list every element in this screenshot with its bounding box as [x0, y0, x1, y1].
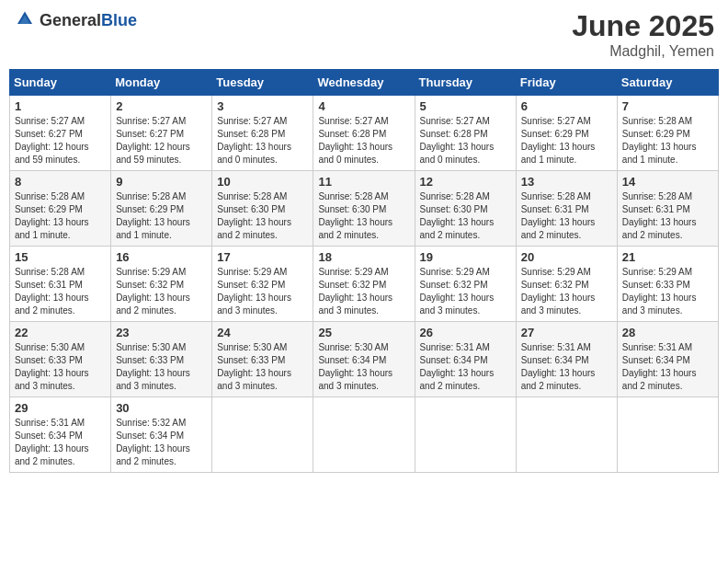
day-number: 21 [622, 250, 713, 264]
day-info: Sunrise: 5:27 AM Sunset: 6:29 PM Dayligh… [521, 115, 612, 167]
day-number: 15 [15, 250, 106, 264]
table-row [415, 397, 516, 473]
calendar-week-row: 22 Sunrise: 5:30 AM Sunset: 6:33 PM Dayl… [10, 322, 719, 397]
sunrise-text: Sunrise: 5:27 AM [420, 116, 490, 126]
sunset-text: Sunset: 6:34 PM [116, 431, 184, 441]
table-row: 28 Sunrise: 5:31 AM Sunset: 6:34 PM Dayl… [617, 322, 718, 397]
table-row: 17 Sunrise: 5:29 AM Sunset: 6:32 PM Dayl… [212, 247, 313, 322]
table-row: 10 Sunrise: 5:28 AM Sunset: 6:30 PM Dayl… [212, 171, 313, 247]
daylight-text: Daylight: 13 hours and 2 minutes. [521, 368, 596, 391]
sunrise-text: Sunrise: 5:28 AM [15, 267, 85, 277]
logo-icon [14, 9, 36, 31]
table-row: 23 Sunrise: 5:30 AM Sunset: 6:33 PM Dayl… [111, 322, 212, 397]
sunrise-text: Sunrise: 5:28 AM [116, 191, 186, 201]
day-number: 9 [116, 175, 207, 189]
sunrise-text: Sunrise: 5:28 AM [622, 191, 692, 201]
sunrise-text: Sunrise: 5:27 AM [521, 116, 591, 126]
sunrise-text: Sunrise: 5:28 AM [521, 191, 591, 201]
logo: GeneralBlue [14, 9, 137, 31]
col-friday: Friday [516, 70, 617, 96]
logo-text-general: General [40, 11, 101, 29]
day-number: 28 [622, 326, 713, 339]
table-row: 6 Sunrise: 5:27 AM Sunset: 6:29 PM Dayli… [516, 96, 617, 171]
day-number: 7 [622, 99, 713, 113]
sunset-text: Sunset: 6:33 PM [622, 280, 690, 290]
daylight-text: Daylight: 13 hours and 3 minutes. [318, 293, 392, 316]
table-row: 9 Sunrise: 5:28 AM Sunset: 6:29 PM Dayli… [111, 171, 212, 247]
day-info: Sunrise: 5:29 AM Sunset: 6:32 PM Dayligh… [521, 266, 612, 317]
sunset-text: Sunset: 6:30 PM [420, 204, 488, 214]
month-year: June 2025 [572, 9, 714, 43]
day-info: Sunrise: 5:31 AM Sunset: 6:34 PM Dayligh… [420, 341, 511, 393]
table-row: 27 Sunrise: 5:31 AM Sunset: 6:34 PM Dayl… [516, 322, 617, 397]
day-info: Sunrise: 5:30 AM Sunset: 6:33 PM Dayligh… [15, 341, 106, 393]
table-row: 16 Sunrise: 5:29 AM Sunset: 6:32 PM Dayl… [111, 247, 212, 322]
sunrise-text: Sunrise: 5:30 AM [116, 342, 186, 352]
sunrise-text: Sunrise: 5:27 AM [15, 116, 85, 126]
table-row: 18 Sunrise: 5:29 AM Sunset: 6:32 PM Dayl… [313, 247, 415, 322]
daylight-text: Daylight: 13 hours and 1 minute. [15, 217, 89, 240]
sunrise-text: Sunrise: 5:29 AM [217, 267, 287, 277]
daylight-text: Daylight: 13 hours and 3 minutes. [318, 368, 392, 391]
day-number: 18 [318, 250, 409, 264]
day-info: Sunrise: 5:28 AM Sunset: 6:31 PM Dayligh… [15, 266, 106, 317]
sunset-text: Sunset: 6:32 PM [116, 280, 184, 290]
table-row: 12 Sunrise: 5:28 AM Sunset: 6:30 PM Dayl… [415, 171, 516, 247]
table-row: 5 Sunrise: 5:27 AM Sunset: 6:28 PM Dayli… [415, 96, 516, 171]
sunset-text: Sunset: 6:27 PM [116, 129, 184, 139]
daylight-text: Daylight: 13 hours and 3 minutes. [217, 293, 291, 316]
sunrise-text: Sunrise: 5:28 AM [217, 191, 287, 201]
day-number: 22 [15, 326, 106, 339]
day-info: Sunrise: 5:29 AM Sunset: 6:33 PM Dayligh… [622, 266, 713, 317]
col-thursday: Thursday [415, 70, 516, 96]
day-info: Sunrise: 5:30 AM Sunset: 6:33 PM Dayligh… [116, 341, 207, 393]
sunset-text: Sunset: 6:33 PM [116, 355, 184, 365]
sunrise-text: Sunrise: 5:32 AM [116, 418, 186, 428]
sunset-text: Sunset: 6:29 PM [15, 204, 83, 214]
sunset-text: Sunset: 6:34 PM [15, 431, 83, 441]
table-row: 14 Sunrise: 5:28 AM Sunset: 6:31 PM Dayl… [617, 171, 718, 247]
daylight-text: Daylight: 13 hours and 3 minutes. [420, 293, 495, 316]
day-info: Sunrise: 5:28 AM Sunset: 6:29 PM Dayligh… [622, 115, 713, 167]
sunset-text: Sunset: 6:28 PM [420, 129, 488, 139]
sunrise-text: Sunrise: 5:30 AM [15, 342, 85, 352]
table-row: 15 Sunrise: 5:28 AM Sunset: 6:31 PM Dayl… [10, 247, 111, 322]
day-number: 6 [521, 99, 612, 113]
day-number: 1 [15, 99, 106, 113]
table-row: 11 Sunrise: 5:28 AM Sunset: 6:30 PM Dayl… [313, 171, 415, 247]
table-row: 25 Sunrise: 5:30 AM Sunset: 6:34 PM Dayl… [313, 322, 415, 397]
calendar-week-row: 29 Sunrise: 5:31 AM Sunset: 6:34 PM Dayl… [10, 397, 719, 473]
day-number: 26 [420, 326, 511, 339]
sunset-text: Sunset: 6:34 PM [521, 355, 589, 365]
sunset-text: Sunset: 6:31 PM [15, 280, 83, 290]
day-info: Sunrise: 5:27 AM Sunset: 6:27 PM Dayligh… [116, 115, 207, 167]
col-sunday: Sunday [10, 70, 111, 96]
day-info: Sunrise: 5:29 AM Sunset: 6:32 PM Dayligh… [116, 266, 207, 317]
daylight-text: Daylight: 13 hours and 2 minutes. [15, 443, 89, 466]
day-number: 16 [116, 250, 207, 264]
sunrise-text: Sunrise: 5:29 AM [622, 267, 692, 277]
daylight-text: Daylight: 13 hours and 2 minutes. [622, 368, 697, 391]
daylight-text: Daylight: 13 hours and 2 minutes. [116, 293, 190, 316]
sunset-text: Sunset: 6:34 PM [420, 355, 488, 365]
sunrise-text: Sunrise: 5:30 AM [318, 342, 388, 352]
col-tuesday: Tuesday [212, 70, 313, 96]
sunset-text: Sunset: 6:30 PM [318, 204, 386, 214]
day-info: Sunrise: 5:27 AM Sunset: 6:28 PM Dayligh… [318, 115, 409, 167]
sunset-text: Sunset: 6:31 PM [622, 204, 690, 214]
title-block: June 2025 Madghil, Yemen [572, 9, 714, 60]
day-info: Sunrise: 5:28 AM Sunset: 6:30 PM Dayligh… [217, 190, 308, 242]
daylight-text: Daylight: 13 hours and 2 minutes. [420, 217, 495, 240]
day-info: Sunrise: 5:28 AM Sunset: 6:30 PM Dayligh… [318, 190, 409, 242]
sunset-text: Sunset: 6:33 PM [15, 355, 83, 365]
table-row: 7 Sunrise: 5:28 AM Sunset: 6:29 PM Dayli… [617, 96, 718, 171]
daylight-text: Daylight: 13 hours and 3 minutes. [116, 368, 190, 391]
table-row [516, 397, 617, 473]
daylight-text: Daylight: 13 hours and 2 minutes. [521, 217, 596, 240]
sunset-text: Sunset: 6:29 PM [622, 129, 690, 139]
sunrise-text: Sunrise: 5:29 AM [116, 267, 186, 277]
sunset-text: Sunset: 6:32 PM [318, 280, 386, 290]
sunrise-text: Sunrise: 5:30 AM [217, 342, 287, 352]
day-number: 12 [420, 175, 511, 189]
sunset-text: Sunset: 6:34 PM [622, 355, 690, 365]
